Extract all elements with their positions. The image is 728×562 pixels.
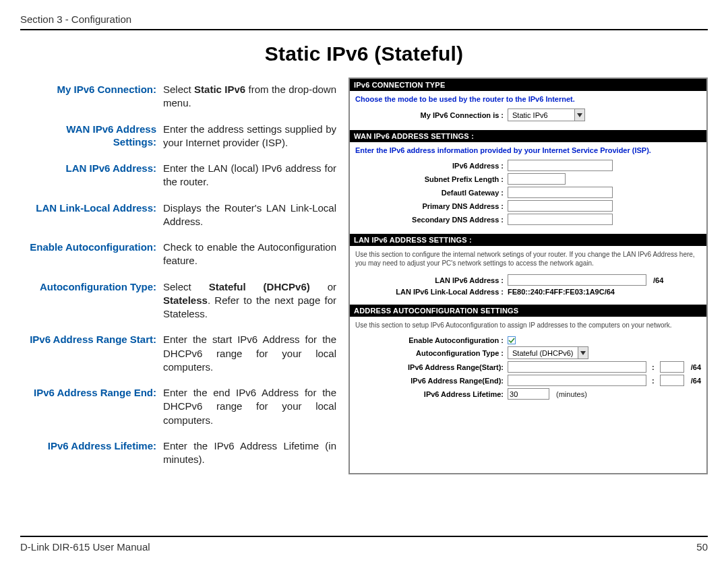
term-lan-linklocal: LAN Link-Local Address: <box>22 197 159 236</box>
select-my-ipv6-connection[interactable]: Static IPv6 <box>508 108 585 121</box>
suffix-64: /64 <box>687 377 701 385</box>
select-autoconf-type[interactable]: Stateful (DHCPv6) <box>508 346 588 359</box>
label-autoconf-type: Autoconfiguration Type : <box>355 349 508 357</box>
input-range-start-suffix[interactable] <box>660 361 684 373</box>
desc-range-end: Enter the end IPv6 Address for the DHCPv… <box>160 382 340 434</box>
hint-wan-settings: Enter the IPv6 address information provi… <box>355 146 701 154</box>
bar-conn-type: IPv6 CONNECTION TYPE <box>350 79 706 91</box>
desc-wan-settings: Enter the address settings supplied by y… <box>160 119 340 157</box>
definitions-table: My IPv6 Connection: Select Static IPv6 f… <box>20 77 342 474</box>
input-primary-dns[interactable] <box>508 200 613 212</box>
label-lan-linklocal: LAN IPv6 Link-Local Address : <box>355 288 508 296</box>
input-secondary-dns[interactable] <box>508 214 613 225</box>
bar-lan-settings: LAN IPv6 ADDRESS SETTINGS : <box>350 234 706 246</box>
label-subnet-prefix: Subnet Prefix Length : <box>355 175 508 183</box>
bar-wan-settings: WAN IPv6 ADDRESS SETTINGS : <box>350 130 706 142</box>
hint-conn-type: Choose the mode to be used by the router… <box>355 95 701 103</box>
footer-page-number: 50 <box>696 541 708 553</box>
label-lifetime: IPv6 Address Lifetime: <box>355 390 508 398</box>
desc-lan-linklocal: Displays the Router's LAN Link-Local Add… <box>160 197 340 236</box>
label-range-start: IPv6 Address Range(Start): <box>355 363 508 371</box>
router-ui-screenshot: IPv6 CONNECTION TYPE Choose the mode to … <box>348 77 708 474</box>
input-lifetime[interactable] <box>508 388 549 400</box>
label-default-gateway: Defautl Gateway : <box>355 189 508 197</box>
range-colon: : <box>649 377 657 385</box>
term-range-start: IPv6 Address Range Start: <box>22 329 159 381</box>
term-lan-addr: LAN IPv6 Address: <box>22 158 159 196</box>
label-lan-ipv6-address: LAN IPv6 Address : <box>355 276 508 284</box>
value-lan-linklocal: FE80::240:F4FF:FE03:1A9C/64 <box>508 288 615 296</box>
input-lan-ipv6-address[interactable] <box>508 274 646 286</box>
chevron-down-icon <box>574 109 584 121</box>
chevron-down-icon <box>578 347 588 358</box>
label-enable-autoconf: Enable Autoconfiguration : <box>355 336 508 344</box>
hint-lan-settings: Use this section to configure the intern… <box>355 250 701 268</box>
input-ipv6-address[interactable] <box>508 160 613 171</box>
term-my-ipv6: My IPv6 Connection: <box>22 79 159 117</box>
input-default-gateway[interactable] <box>508 187 613 198</box>
input-range-end-suffix[interactable] <box>660 375 684 386</box>
desc-my-ipv6: Select Static IPv6 from the drop-down me… <box>160 79 340 117</box>
desc-enable-auto: Check to enable the Autoconfiguration fe… <box>160 237 340 275</box>
desc-lan-addr: Enter the LAN (local) IPv6 address for t… <box>160 158 340 196</box>
suffix-64: /64 <box>687 363 701 371</box>
term-lifetime: IPv6 Address Lifetime: <box>22 435 159 474</box>
unit-minutes: (minutes) <box>552 390 587 398</box>
section-header: Section 3 - Configuration <box>20 13 708 30</box>
input-range-start-prefix[interactable] <box>508 361 646 373</box>
check-icon <box>508 337 515 344</box>
select-value: Stateful (DHCPv6) <box>508 349 577 357</box>
range-colon: : <box>649 363 657 371</box>
hint-autoconf: Use this section to setup IPv6 Autoconfi… <box>355 321 701 330</box>
label-primary-dns: Primary DNS Address : <box>355 202 508 210</box>
select-value: Static IPv6 <box>508 111 574 119</box>
checkbox-enable-autoconf[interactable] <box>508 336 516 344</box>
desc-lifetime: Enter the IPv6 Address Lifetime (in minu… <box>160 435 340 474</box>
term-enable-auto: Enable Autoconfiguration: <box>22 237 159 275</box>
desc-auto-type: Select Stateful (DHCPv6) or Stateless. R… <box>160 276 340 328</box>
label-secondary-dns: Secondary DNS Address : <box>355 216 508 224</box>
input-range-end-prefix[interactable] <box>508 375 646 386</box>
page-title: Static IPv6 (Stateful) <box>20 42 708 65</box>
suffix-64: /64 <box>649 276 663 284</box>
term-wan-settings: WAN IPv6 Address Settings: <box>22 119 159 157</box>
footer-manual: D-Link DIR-615 User Manual <box>20 541 150 553</box>
input-subnet-prefix[interactable] <box>508 173 566 185</box>
label-range-end: IPv6 Address Range(End): <box>355 377 508 385</box>
bar-autoconf: ADDRESS AUTOCONFIGURATION SETTINGS <box>350 305 706 317</box>
label-ipv6-address: IPv6 Address : <box>355 162 508 170</box>
term-range-end: IPv6 Address Range End: <box>22 382 159 434</box>
label-my-ipv6-connection: My IPv6 Connection is : <box>355 111 508 119</box>
desc-range-start: Enter the start IPv6 Address for the DHC… <box>160 329 340 381</box>
term-auto-type: Autoconfiguration Type: <box>22 276 159 328</box>
